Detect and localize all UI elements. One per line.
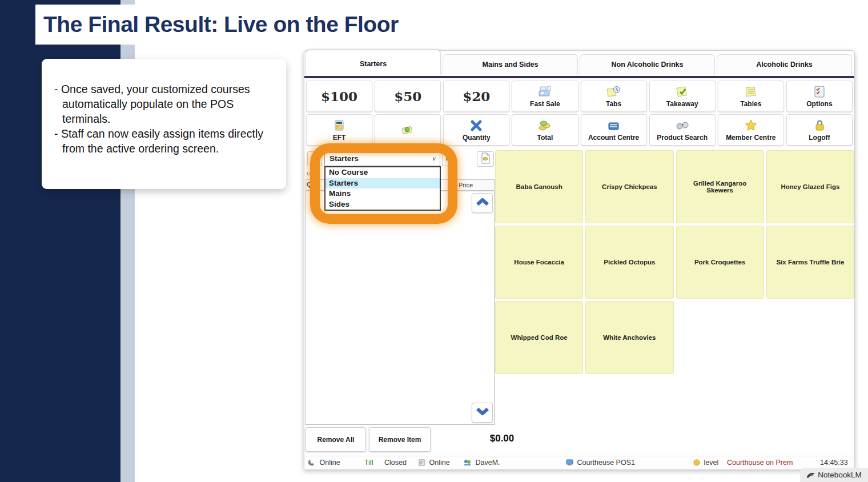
button-label: Options bbox=[806, 100, 832, 108]
product-tile[interactable]: Six Farms Truffle Brie bbox=[766, 226, 854, 299]
scroll-down-button[interactable] bbox=[472, 403, 493, 423]
star-icon bbox=[744, 119, 758, 133]
order-total: $0.00 bbox=[432, 425, 572, 452]
page-sync-icon bbox=[418, 460, 425, 468]
product-tile[interactable]: Pickled Octopus bbox=[585, 226, 673, 299]
account-box-icon bbox=[606, 119, 621, 133]
member-centre-button[interactable]: Member Centre bbox=[718, 114, 784, 146]
button-label: Logoff bbox=[809, 134, 830, 142]
status-venue: Courthouse on Prem bbox=[727, 459, 793, 467]
product-tile[interactable]: Grilled Kangaroo Skewers bbox=[676, 150, 764, 223]
button-label: Total bbox=[537, 134, 553, 142]
quantity-x-icon bbox=[469, 119, 483, 133]
chevron-down-icon bbox=[476, 407, 489, 418]
button-label: Tabs bbox=[606, 100, 621, 108]
logoff-button[interactable]: Logoff bbox=[786, 114, 853, 146]
coins-icon bbox=[537, 119, 552, 133]
eftpos-terminal-icon bbox=[332, 119, 346, 133]
order-list bbox=[306, 191, 495, 425]
note-card: - Once saved, your customized courses au… bbox=[42, 59, 286, 189]
order-col-price: Price bbox=[455, 181, 476, 190]
highlight-ring bbox=[310, 143, 457, 224]
button-label: EFT bbox=[333, 134, 346, 142]
fast-sale-button[interactable]: Fast Sale bbox=[512, 81, 578, 112]
note-bullet: - Once saved, your customized courses au… bbox=[54, 82, 278, 126]
button-label: Quantity bbox=[463, 134, 491, 142]
status-connection: Online bbox=[308, 459, 340, 468]
status-till-state: Closed bbox=[384, 459, 407, 467]
tab-underline bbox=[304, 76, 854, 78]
binoculars-icon bbox=[675, 119, 690, 133]
function-button-grid: $100 $50 $20 Fast Sale Tabs Takeaway Tab… bbox=[306, 81, 853, 146]
price-100-button[interactable]: $100 bbox=[306, 81, 372, 112]
note-clock-icon bbox=[606, 85, 621, 99]
total-button[interactable]: Total bbox=[512, 114, 578, 146]
button-label: Takeaway bbox=[666, 100, 698, 108]
page-title: The Final Result: Live on the Floor bbox=[35, 5, 458, 45]
button-label: Fast Sale bbox=[530, 100, 560, 108]
cash-register-icon bbox=[537, 85, 552, 99]
button-label: Product Search bbox=[657, 134, 708, 142]
product-search-button[interactable]: Product Search bbox=[649, 114, 716, 146]
product-tile[interactable]: Crispy Chickpeas bbox=[585, 150, 673, 223]
account-centre-button[interactable]: Account Centre bbox=[581, 114, 647, 146]
status-sync: Online bbox=[418, 459, 450, 468]
checklist-icon bbox=[813, 85, 826, 99]
scroll-up-button[interactable] bbox=[472, 193, 493, 213]
product-tile[interactable]: Baba Ganoush bbox=[495, 150, 583, 223]
notebooklm-logo-icon bbox=[806, 471, 815, 480]
price-20-button[interactable]: $20 bbox=[443, 81, 509, 112]
product-tile[interactable]: Whipped Cod Roe bbox=[495, 301, 583, 374]
users-icon bbox=[463, 460, 472, 468]
receipt-icon bbox=[480, 152, 491, 167]
button-label: Tabies bbox=[740, 100, 761, 108]
phone-icon bbox=[308, 460, 316, 468]
eftpos-button[interactable]: EFT bbox=[306, 114, 372, 146]
chevron-up-icon bbox=[476, 198, 489, 208]
title-band: The Final Result: Live on the Floor bbox=[35, 5, 458, 45]
padlock-icon bbox=[813, 119, 826, 133]
tab-alcoholic-drinks[interactable]: Alcoholic Drinks bbox=[717, 54, 852, 75]
tables-button[interactable]: Tabies bbox=[718, 81, 784, 112]
status-terminal: Courtheuse POS1 bbox=[566, 459, 635, 468]
product-grid: Baba Ganoush Crispy Chickpeas Grilled Ka… bbox=[495, 150, 854, 374]
takeaway-button[interactable]: Takeaway bbox=[649, 81, 716, 112]
button-label: Account Centre bbox=[588, 134, 639, 142]
product-tile[interactable]: Pork Croquettes bbox=[676, 226, 764, 299]
remove-item-button[interactable]: Remove Item bbox=[369, 427, 431, 452]
note-bullet: - Staff can now easily assign items dire… bbox=[54, 126, 278, 156]
tab-non-alcoholic-drinks[interactable]: Non Alcoholic Drinks bbox=[580, 54, 715, 75]
category-tab-bar: Starters Mains and Sides Non Alcoholic D… bbox=[305, 51, 854, 77]
watermark-label: NotebookLM bbox=[818, 471, 862, 479]
cash-button[interactable] bbox=[375, 114, 441, 146]
status-level: level bbox=[693, 459, 718, 468]
note-check-icon bbox=[675, 85, 690, 99]
tab-mains-and-sides[interactable]: Mains and Sides bbox=[443, 54, 578, 75]
coin-icon bbox=[693, 460, 700, 468]
product-tile[interactable]: Honey Glazed Figs bbox=[766, 150, 854, 223]
options-button[interactable]: Options bbox=[786, 81, 853, 112]
remove-all-button[interactable]: Remove All bbox=[306, 427, 366, 452]
price-50-button[interactable]: $50 bbox=[375, 81, 441, 112]
button-label: Member Centre bbox=[726, 134, 775, 142]
status-user: DaveM. bbox=[463, 459, 500, 468]
product-tile[interactable]: White Anchovies bbox=[585, 301, 673, 374]
monitor-icon bbox=[566, 460, 573, 468]
tab-starters[interactable]: Starters bbox=[306, 50, 441, 75]
print-receipt-button[interactable] bbox=[477, 151, 494, 167]
product-tile[interactable]: House Focaccia bbox=[495, 226, 583, 299]
status-time: 14:45:33 bbox=[820, 459, 848, 467]
pos-window: Starters Mains and Sides Non Alcoholic D… bbox=[304, 50, 855, 469]
tabs-button[interactable]: Tabs bbox=[581, 81, 647, 112]
cash-icon bbox=[400, 123, 415, 137]
status-bar: Online Till Closed Online DaveM. Courthe… bbox=[304, 456, 854, 469]
watermark-badge: NotebookLM bbox=[800, 468, 868, 482]
note-pad-icon bbox=[744, 85, 758, 99]
status-till-label: Till bbox=[364, 459, 373, 467]
quantity-button[interactable]: Quantity bbox=[443, 114, 509, 146]
